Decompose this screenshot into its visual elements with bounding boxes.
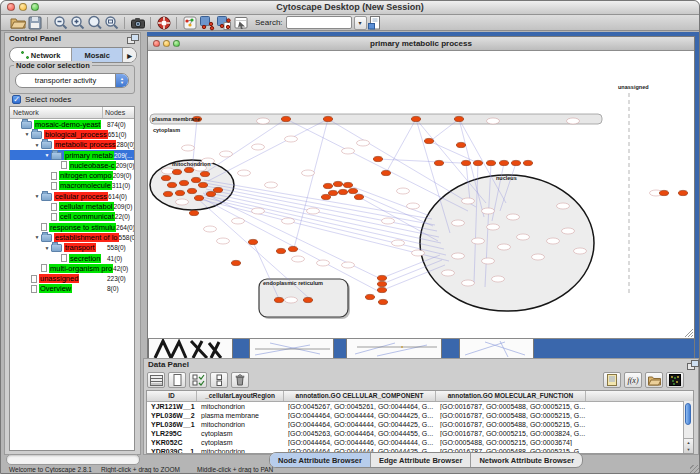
tree-row[interactable]: ▼primary metab209(... [10,150,134,160]
tab-edge-attribute-browser[interactable]: Edge Attribute Browser [371,453,471,467]
network-canvas-container[interactable]: plasma membranecytoplasmmitochondrionnuc… [148,51,694,338]
network-label-node[interactable] [574,248,587,254]
column-header[interactable]: ID [147,391,197,401]
network-node[interactable] [161,175,170,180]
tree-row[interactable]: Overview8(0) [10,284,134,294]
expand-arrow-icon[interactable]: ▼ [23,131,31,137]
filter-icon[interactable] [232,15,249,31]
expand-arrow-icon[interactable]: ▼ [33,193,41,199]
tab-network-attribute-browser[interactable]: Network Attribute Browser [471,453,582,467]
network-node[interactable] [206,191,215,196]
network-label-node[interactable] [482,258,495,264]
network-label-node[interactable] [557,203,570,209]
window-resize-grip[interactable] [690,465,699,474]
network-node[interactable] [486,160,495,165]
network-label-node[interactable] [252,208,265,214]
tree-row[interactable]: ▼cellular process614(0) [10,191,134,201]
network-node[interactable] [454,116,463,121]
network-node[interactable] [288,246,297,251]
network-node[interactable] [373,156,382,161]
network-label-node[interactable] [462,280,475,286]
tree-row[interactable]: macromolecule311(0) [10,181,134,191]
tree-row[interactable]: secretion41(0) [10,253,134,263]
tree-column-nodes[interactable]: Nodes [103,107,134,118]
scrollbar-arrows[interactable]: ▲▼ [684,438,693,453]
search-input[interactable] [286,16,352,29]
zoom-fit-icon[interactable] [103,15,120,31]
network-node[interactable] [191,177,200,182]
network-label-node[interactable] [257,118,270,124]
open-session-icon[interactable] [9,15,26,31]
save-session-icon[interactable] [26,15,43,31]
network-node[interactable] [194,195,203,200]
network-label-node[interactable] [407,203,420,209]
network-node[interactable] [378,299,387,304]
network-label-node[interactable] [238,170,251,176]
tree-row[interactable]: unassigned223(0) [10,273,134,283]
tree-row[interactable]: ▼metabolic process280(0) [10,140,134,150]
network-label-node[interactable] [285,136,298,142]
network-window-titlebar[interactable]: primary metabolic process [148,37,694,51]
network-node[interactable] [187,188,196,193]
tree-row[interactable]: ▼establishment of lo558(0) [10,232,134,242]
tab-network[interactable]: Network [10,48,72,62]
search-dropdown-arrow-icon[interactable]: ▾ [354,16,367,30]
network-label-node[interactable] [392,240,405,246]
network-label-node[interactable] [182,145,195,151]
expand-arrow-icon[interactable]: ▼ [43,152,51,158]
network-label-node[interactable] [302,170,315,176]
network-node[interactable] [184,167,193,172]
network-label-node[interactable] [292,256,305,262]
tree-row[interactable]: mosaic-demo-yeast874(0) [10,119,134,129]
network-label-node[interactable] [357,140,370,146]
network-label-node[interactable] [498,244,511,250]
tree-row[interactable]: multi-organism pro42(0) [10,263,134,273]
network-node[interactable] [172,169,181,174]
tree-row[interactable]: cell communicat22(0) [10,212,134,222]
help-icon[interactable] [155,15,172,31]
merge-networks-icon[interactable] [198,15,215,31]
attribute-editor-icon[interactable] [603,372,621,388]
select-attributes-icon[interactable] [189,372,207,388]
network-label-node[interactable] [567,118,580,124]
network-node[interactable] [377,281,386,286]
network-node[interactable] [381,170,390,175]
network-node[interactable] [274,297,283,302]
network-label-node[interactable] [547,238,560,244]
network-node[interactable] [163,191,172,196]
tree-row[interactable]: response to stimulu264(0) [10,222,134,232]
network-node[interactable] [328,190,337,195]
data-panel-float-icon[interactable] [687,360,697,369]
function-builder-icon[interactable]: f(x) [624,372,642,388]
select-nodes-checkbox[interactable]: ✓ [12,95,21,104]
network-node[interactable] [511,160,520,165]
network-label-node[interactable] [562,228,575,234]
scrollbar-thumb[interactable] [685,403,691,425]
tab-mosaic[interactable]: Mosaic [72,48,123,62]
network-node[interactable] [348,188,357,193]
zoom-in-icon[interactable] [69,15,86,31]
network-node[interactable] [678,190,687,195]
network-label-node[interactable] [397,188,410,194]
network-node[interactable] [303,297,312,302]
network-label-node[interactable] [342,262,355,268]
network-label-node[interactable] [472,238,485,244]
network-label-node[interactable] [482,208,495,214]
vizmapper-icon[interactable] [181,15,198,31]
network-node[interactable] [354,194,363,199]
node-color-dropdown[interactable]: transporter activity ▲▼ [15,73,129,88]
tab-node-attribute-browser[interactable]: Node Attribute Browser [270,453,371,467]
network-label-node[interactable] [452,220,465,226]
network-label-node[interactable] [507,214,520,220]
new-attribute-icon[interactable] [168,372,186,388]
expand-arrow-icon[interactable]: ▼ [33,142,41,148]
network-node[interactable] [175,190,184,195]
network-label-node[interactable] [282,218,295,224]
network-label-node[interactable] [382,218,395,224]
network-node[interactable] [321,194,330,199]
network-label-node[interactable] [265,182,278,188]
network-node[interactable] [189,210,198,215]
tab-scroll-arrow-icon[interactable]: ▶ [123,48,136,62]
tree-column-network[interactable]: Network [10,107,103,118]
network-node[interactable] [276,248,285,253]
